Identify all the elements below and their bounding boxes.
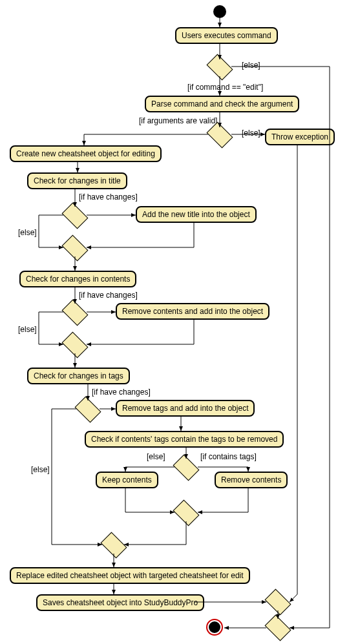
merge-contain [173, 499, 199, 526]
end-node [207, 620, 222, 634]
activity-parse: Parse command and check the argument [145, 96, 299, 112]
merge-final [264, 614, 291, 641]
activity-create: Create new cheatsheet object for editing [10, 145, 162, 162]
activity-check-contain: Check if contents' tags contain the tags… [85, 431, 284, 448]
activity-check-title: Check for changes in title [27, 172, 127, 189]
activity-keep: Keep contents [96, 472, 158, 488]
merge-contents [61, 331, 88, 358]
label-else-contain: [else] [147, 452, 165, 461]
activity-save: Saves cheatsheet object into StudyBuddyP… [36, 594, 204, 611]
activity-check-tags: Check for changes in tags [27, 368, 130, 384]
decision-tags [74, 396, 101, 422]
label-if-contains: [if contains tags] [200, 452, 257, 461]
merge-tags [100, 532, 127, 558]
decision-contents [61, 299, 88, 326]
decision-command [206, 54, 233, 80]
label-if-changes-2: [if have changes] [79, 291, 138, 300]
activity-check-contents: Check for changes in contents [19, 271, 136, 287]
activity-remove-tags: Remove tags and add into the object [116, 400, 255, 417]
label-if-changes-3: [if have changes] [92, 388, 151, 397]
decision-valid [206, 121, 233, 148]
activity-remove-contents: Remove contents and add into the object [116, 303, 269, 320]
label-if-changes-1: [if have changes] [79, 192, 138, 202]
decision-contain [173, 454, 199, 481]
merge-title [61, 234, 88, 261]
label-if-edit: [if command == "edit"] [187, 83, 263, 92]
label-else-top: [else] [242, 61, 260, 70]
label-else-valid: [else] [242, 129, 260, 138]
start-node [213, 5, 226, 18]
activity-replace: Replace edited cheatsheet object with ta… [10, 567, 250, 584]
activity-users-execute: Users executes command [175, 27, 278, 44]
label-if-valid: [if arguments are valid] [139, 116, 217, 125]
label-else-contents: [else] [18, 325, 37, 334]
label-else-title: [else] [18, 228, 37, 237]
merge-throw [264, 588, 291, 615]
decision-title [61, 202, 88, 229]
activity-add-title: Add the new title into the object [136, 206, 257, 223]
activity-throw: Throw exception [265, 129, 335, 145]
activity-remove: Remove contents [215, 472, 288, 488]
label-else-tags: [else] [31, 465, 50, 474]
